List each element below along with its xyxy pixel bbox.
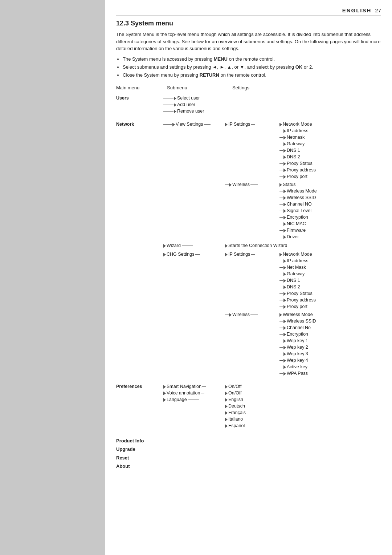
col-settings-label: Settings [232,85,381,90]
preferences-label: Preferences [116,384,163,390]
bullet-1: The System menu is accessed by pressing … [123,55,381,63]
preferences-section: Preferences Smart Navigation [116,384,381,429]
table-header: Main menu Submenu Settings [116,85,381,92]
voice-annotation-row: Voice annotation On/Off [163,390,381,397]
chg-settings-sub: IP Settings Network Mode IP address Net … [225,251,381,377]
ip-settings-view: IP Settings Network Mode IP address Netm… [225,121,381,180]
preferences-sub: Smart Navigation On/Off [163,384,381,429]
network-section: Network View Settings [116,121,381,377]
bottom-upgrade: Upgrade [116,445,381,453]
page-wrapper: ENGLISH 27 12.3 System menu The System M… [0,0,392,555]
bullet-2: Select submenus and settings by pressing… [123,63,381,71]
chg-wireless: Wireless Wireless Mode Wireless SSID Cha… [225,312,381,377]
chg-ip-settings: IP Settings Network Mode IP address Net … [225,251,381,310]
section-title: 12.3 System menu [116,20,381,27]
users-label: Users [116,95,163,102]
page-number: 27 [375,7,381,13]
main-content: ENGLISH 27 12.3 System menu The System M… [105,0,392,555]
menu-diagram: Users Select user Add user Remove user N… [116,95,381,429]
bottom-items: Product Info Upgrade Reset About [116,437,381,471]
chg-ip-items: Network Mode IP address Net Mask Gateway… [279,251,316,310]
bottom-about: About [116,462,381,470]
users-section: Users Select user Add user Remove user [116,95,381,115]
language-items: English Deutsch Français Italiano Españo… [225,397,246,429]
header-row: ENGLISH 27 [116,7,381,16]
ip-settings-items: Network Mode IP address Netmask Gateway … [279,121,316,180]
users-row: Users Select user Add user Remove user [116,95,381,115]
bottom-product-info: Product Info [116,437,381,445]
chg-settings-row: CHG Settings IP Settings [163,251,381,377]
bullet-list: The System menu is accessed by pressing … [123,55,381,79]
users-subitems: Select user Add user Remove user [163,95,225,115]
intro-text: The System Menu is the top-level menu th… [116,31,381,52]
header-title: ENGLISH [342,7,372,13]
smart-navigation-row: Smart Navigation On/Off [163,384,381,390]
network-row: Network View Settings [116,121,381,377]
ip-settings-col: IP Settings [225,121,279,128]
wireless-view: Wireless Status Wireless Mode Wireless S… [225,182,381,240]
view-settings-sub: IP Settings Network Mode IP address Netm… [225,121,381,240]
bullet-3: Close the System menu by pressing RETURN… [123,71,381,79]
col-sub-label: Submenu [167,85,232,90]
col-main-label: Main menu [116,85,167,90]
chg-wireless-items: Wireless Mode Wireless SSID Channel No E… [279,312,316,377]
wireless-col: Wireless [225,182,279,188]
network-label: Network [116,121,163,128]
left-sidebar [0,0,105,555]
bottom-reset: Reset [116,454,381,462]
wizard-desc: Starts the Connection Wizard [225,243,287,249]
view-settings-col: View Settings [163,121,225,128]
view-settings-row: View Settings IP Settings [163,121,381,240]
language-row: Language English Deutsch Français Italia… [163,397,381,429]
wizard-row: Wizard Starts the Connection Wizard [163,243,381,249]
wireless-items: Status Wireless Mode Wireless SSID Chann… [279,182,317,240]
